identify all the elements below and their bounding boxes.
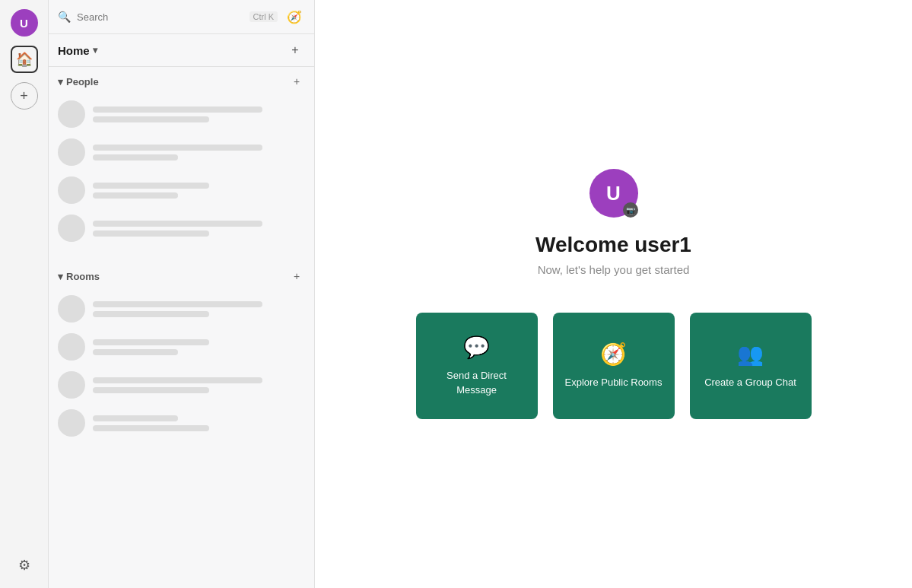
search-shortcut: Ctrl K: [249, 11, 278, 22]
search-bar: 🔍 Ctrl K 🧭: [49, 0, 314, 34]
skeleton-lines: [93, 415, 305, 431]
skeleton-line: [93, 106, 262, 113]
group-chat-label: Create a Group Chat: [704, 376, 796, 389]
skeleton-lines: [93, 301, 305, 317]
skeleton-line: [93, 301, 262, 307]
plus-icon: +: [20, 88, 28, 104]
create-group-chat-card[interactable]: 👥 Create a Group Chat: [690, 313, 812, 419]
chevron-down-icon: ▾: [93, 45, 97, 56]
add-person-button[interactable]: +: [288, 73, 305, 90]
skeleton-lines: [93, 145, 305, 161]
chevron-down-people-icon: ▾: [58, 76, 63, 87]
sidebar: 🔍 Ctrl K 🧭 Home ▾ + ▾ People +: [49, 0, 315, 588]
avatar-letter: U: [606, 182, 621, 205]
rooms-skeleton-list: [49, 288, 314, 444]
search-input[interactable]: [77, 11, 243, 23]
list-item[interactable]: [55, 96, 308, 132]
skeleton-line: [93, 183, 209, 189]
rooms-section-label: Rooms: [66, 271, 100, 282]
compass-icon: 🧭: [287, 10, 302, 24]
plus-icon: +: [294, 270, 300, 282]
welcome-title: Welcome user1: [535, 233, 691, 257]
skeleton-line: [93, 221, 262, 227]
welcome-subtitle: Now, let's help you get started: [538, 263, 690, 276]
people-section-label: People: [66, 76, 99, 87]
skeleton-lines: [93, 106, 305, 122]
list-item[interactable]: [55, 210, 308, 246]
add-workspace-button[interactable]: +: [11, 82, 38, 110]
skeleton-avatar: [58, 176, 85, 204]
skeleton-avatar: [58, 409, 85, 437]
compass-button[interactable]: 🧭: [284, 6, 305, 27]
people-section-header: ▾ People +: [49, 67, 314, 93]
skeleton-lines: [93, 377, 305, 393]
skeleton-line: [93, 349, 178, 355]
list-item[interactable]: [55, 291, 308, 327]
add-room-button[interactable]: +: [288, 268, 305, 284]
skeleton-line: [93, 377, 262, 383]
skeleton-line: [93, 145, 262, 151]
skeleton-avatar: [58, 215, 85, 242]
home-label: Home: [58, 44, 90, 57]
main-content: U 📷 Welcome user1 Now, let's help you ge…: [315, 0, 912, 588]
skeleton-avatar: [58, 371, 85, 399]
skeleton-lines: [93, 183, 305, 199]
rooms-section-toggle[interactable]: ▾ Rooms: [58, 271, 100, 282]
user-avatar-button[interactable]: U: [11, 9, 38, 37]
home-header: Home ▾ +: [49, 34, 314, 67]
action-cards: 💬 Send a Direct Message 🧭 Explore Public…: [416, 313, 812, 419]
home-title-button[interactable]: Home ▾: [58, 44, 97, 57]
skeleton-lines: [93, 339, 305, 355]
chevron-down-rooms-icon: ▾: [58, 271, 63, 282]
skeleton-avatar: [58, 295, 85, 323]
home-nav-button[interactable]: 🏠: [11, 46, 38, 73]
skeleton-line: [93, 230, 209, 237]
skeleton-avatar: [58, 138, 85, 166]
direct-message-label: Send a Direct Message: [428, 369, 526, 396]
settings-icon: ⚙: [18, 557, 30, 574]
explore-rooms-label: Explore Public Rooms: [565, 376, 663, 389]
skeleton-line: [93, 311, 209, 317]
skeleton-avatar: [58, 333, 85, 361]
welcome-avatar: U 📷: [589, 169, 638, 218]
sidebar-scrollable: ▾ People +: [49, 67, 314, 588]
skeleton-line: [93, 339, 209, 345]
list-item[interactable]: [55, 329, 308, 365]
skeleton-line: [93, 116, 209, 122]
search-icon: 🔍: [58, 11, 71, 23]
rooms-section-header: ▾ Rooms +: [49, 262, 314, 288]
list-item[interactable]: [55, 367, 308, 403]
skeleton-line: [93, 387, 209, 393]
skeleton-avatar: [58, 100, 85, 128]
skeleton-line: [93, 192, 178, 199]
skeleton-lines: [93, 221, 305, 237]
group-chat-icon: 👥: [737, 342, 764, 367]
skeleton-line: [93, 415, 178, 421]
list-item[interactable]: [55, 134, 308, 170]
send-direct-message-card[interactable]: 💬 Send a Direct Message: [416, 313, 538, 419]
skeleton-line: [93, 425, 209, 431]
people-skeleton-list: [49, 93, 314, 250]
plus-icon: +: [294, 75, 300, 87]
icon-rail: U 🏠 + ⚙: [0, 0, 49, 588]
list-item[interactable]: [55, 172, 308, 208]
people-section-toggle[interactable]: ▾ People: [58, 76, 99, 87]
explore-public-rooms-card[interactable]: 🧭 Explore Public Rooms: [553, 313, 675, 419]
skeleton-line: [93, 154, 178, 161]
home-icon: 🏠: [16, 51, 33, 68]
list-item[interactable]: [55, 405, 308, 441]
plus-icon: +: [291, 43, 298, 57]
add-home-section-button[interactable]: +: [285, 40, 305, 60]
compass-rooms-icon: 🧭: [600, 342, 627, 367]
chat-bubble-icon: 💬: [463, 335, 490, 360]
settings-button[interactable]: ⚙: [11, 551, 38, 579]
camera-icon[interactable]: 📷: [623, 202, 638, 218]
